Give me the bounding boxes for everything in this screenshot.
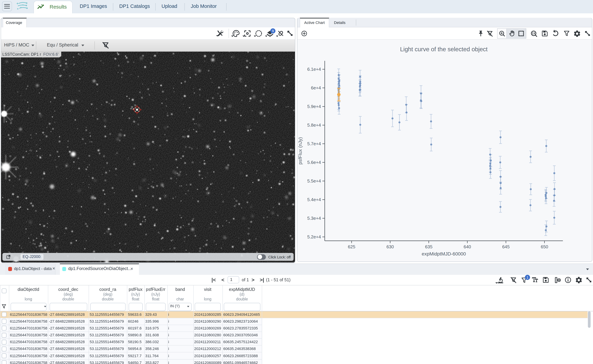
svg-text:630: 630	[386, 244, 394, 249]
svg-text:635: 635	[425, 244, 432, 249]
svg-text:640: 640	[464, 244, 471, 249]
svg-text:1X: 1X	[532, 32, 535, 35]
svg-text:5.9e+4: 5.9e+4	[307, 104, 321, 109]
svg-text:Light curve of the selected ob: Light curve of the selected object	[400, 46, 488, 52]
svg-text:5.3e+4: 5.3e+4	[307, 216, 321, 221]
svg-text:5.2e+4: 5.2e+4	[307, 234, 321, 240]
svg-text:5.6e+4: 5.6e+4	[307, 160, 321, 165]
svg-text:6.1e+4: 6.1e+4	[307, 67, 321, 72]
svg-text:650: 650	[541, 244, 548, 249]
svg-text:6e+4: 6e+4	[311, 85, 321, 91]
svg-text:5.4e+4: 5.4e+4	[307, 197, 321, 202]
svg-text:expMidptMJD-60000: expMidptMJD-60000	[422, 251, 466, 256]
svg-text:5.7e+4: 5.7e+4	[307, 141, 321, 146]
svg-text:5.5e+4: 5.5e+4	[307, 178, 321, 183]
svg-text:625: 625	[348, 244, 355, 249]
svg-text:5.8e+4: 5.8e+4	[307, 123, 321, 128]
svg-text:psfFlux (nJy): psfFlux (nJy)	[298, 137, 303, 164]
svg-text:645: 645	[502, 244, 510, 249]
